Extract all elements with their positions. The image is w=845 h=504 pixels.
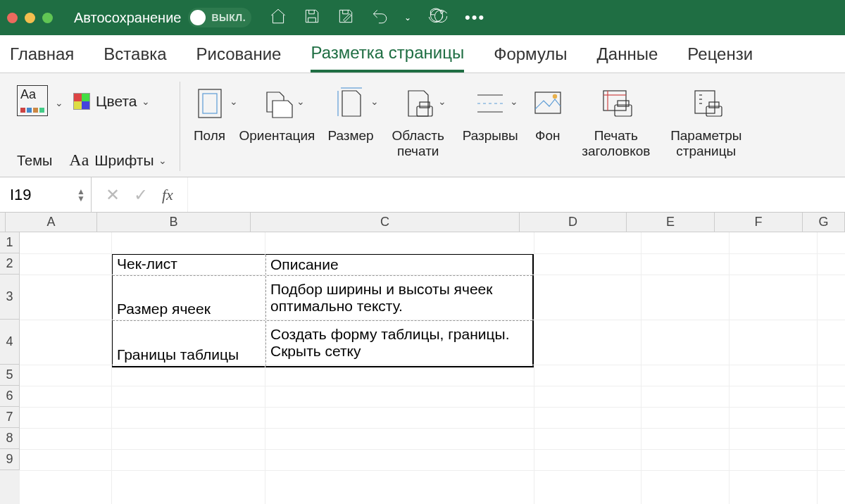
undo-icon[interactable] xyxy=(370,7,389,29)
table-cell[interactable]: Создать форму таблицы, границы. Скрыть с… xyxy=(266,321,532,366)
namebox-spinners[interactable]: ▲▼ xyxy=(77,188,85,202)
orientation-icon xyxy=(260,87,294,120)
tab-review[interactable]: Рецензи xyxy=(687,37,753,71)
cancel-icon[interactable]: ✕ xyxy=(106,185,120,205)
background-icon xyxy=(531,87,565,120)
table-cell[interactable]: Подбор ширины и высоты ячеек оптимально … xyxy=(266,276,532,320)
more-icon[interactable]: ••• xyxy=(465,8,485,27)
column-header[interactable]: G xyxy=(803,213,845,232)
row-header[interactable]: 7 xyxy=(0,407,20,428)
column-headers: ABCDEFG xyxy=(0,213,845,232)
svg-rect-1 xyxy=(203,94,217,113)
formula-bar: I19 ▲▼ ✕ ✓ fx xyxy=(0,177,845,213)
home-icon[interactable] xyxy=(269,7,287,29)
chevron-down-icon: ⌄ xyxy=(142,96,150,107)
ribbon: Aa ⌄ Цвета⌄ Темы Aa Шрифты⌄ xyxy=(0,73,845,177)
print-area-button[interactable]: ⌄ Область печати xyxy=(387,83,450,159)
toggle-knob xyxy=(190,10,206,25)
fonts-button[interactable]: Aa Шрифты⌄ xyxy=(69,151,166,170)
chevron-down-icon[interactable]: ⌄ xyxy=(55,97,63,108)
table-row: Границы таблицыСоздать форму таблицы, гр… xyxy=(113,321,532,366)
orientation-button[interactable]: ⌄ Ориентация xyxy=(239,83,315,144)
autosave-toggle[interactable]: ВЫКЛ. xyxy=(188,8,251,27)
breaks-icon xyxy=(473,87,507,120)
quick-access-toolbar: ⌄ ••• xyxy=(269,7,485,29)
row-headers: 123456789 xyxy=(0,232,20,504)
tab-formulas[interactable]: Формулы xyxy=(494,37,567,71)
table-cell[interactable]: Описание xyxy=(266,255,532,275)
table-row: Чек-листОписание xyxy=(113,255,532,276)
chevron-down-icon: ⌄ xyxy=(296,96,305,107)
chevron-down-icon: ⌄ xyxy=(158,155,167,166)
row-header[interactable]: 9 xyxy=(0,449,20,470)
chevron-down-icon: ⌄ xyxy=(510,96,518,107)
data-table: Чек-листОписаниеРазмер ячеекПодбор ширин… xyxy=(111,253,534,367)
size-button[interactable]: ⌄ Размер xyxy=(327,83,373,144)
row-header[interactable]: 4 xyxy=(0,320,20,365)
svg-rect-21 xyxy=(709,102,719,108)
size-icon xyxy=(334,87,368,120)
themes-button[interactable]: Aa xyxy=(17,80,48,125)
page-setup-button[interactable]: Параметры страницы xyxy=(668,83,745,159)
tab-data[interactable]: Данные xyxy=(597,37,658,71)
fonts-icon: Aa xyxy=(69,151,89,170)
themes-icon: Aa xyxy=(17,85,48,116)
chevron-down-icon: ⌄ xyxy=(230,96,238,107)
svg-rect-15 xyxy=(618,101,629,106)
fx-icon[interactable]: fx xyxy=(162,186,173,204)
row-header[interactable]: 1 xyxy=(0,232,20,253)
close-window-button[interactable] xyxy=(7,13,18,23)
themes-label: Темы xyxy=(17,150,52,169)
ribbon-tabs: Главная Вставка Рисование Разметка стран… xyxy=(0,35,845,73)
redo-icon[interactable] xyxy=(427,7,449,29)
window-controls xyxy=(7,13,53,23)
tab-insert[interactable]: Вставка xyxy=(104,37,166,71)
table-row: Размер ячеекПодбор ширины и высоты ячеек… xyxy=(113,276,532,321)
row-header[interactable]: 8 xyxy=(0,428,20,449)
undo-chevron-icon[interactable]: ⌄ xyxy=(404,13,411,23)
tab-home[interactable]: Главная xyxy=(10,37,74,71)
print-area-icon xyxy=(401,87,435,120)
colors-icon xyxy=(73,93,90,110)
row-header[interactable]: 3 xyxy=(0,275,20,320)
row-header[interactable]: 6 xyxy=(0,386,20,407)
print-titles-button[interactable]: Печать заголовков xyxy=(577,83,655,159)
column-header[interactable]: C xyxy=(251,213,520,232)
column-header[interactable]: A xyxy=(6,213,97,232)
save-icon[interactable] xyxy=(303,7,321,29)
colors-button[interactable]: Цвета⌄ xyxy=(73,93,150,110)
spreadsheet-grid[interactable]: ABCDEFG 123456789 Чек-листОписаниеРазмер… xyxy=(0,213,845,504)
breaks-button[interactable]: ⌄ Разрывы xyxy=(463,83,518,144)
table-cell[interactable]: Чек-лист xyxy=(113,255,266,275)
tab-draw[interactable]: Рисование xyxy=(196,37,282,71)
themes-group: Aa ⌄ Цвета⌄ Темы Aa Шрифты⌄ xyxy=(10,79,174,174)
row-header[interactable]: 2 xyxy=(0,253,20,275)
column-header[interactable]: B xyxy=(97,213,251,232)
chevron-down-icon: ⌄ xyxy=(370,96,379,107)
table-cell[interactable]: Границы таблицы xyxy=(113,321,266,366)
column-header[interactable]: E xyxy=(627,213,715,232)
print-titles-icon xyxy=(599,87,633,120)
toggle-state-text: ВЫКЛ. xyxy=(211,12,246,23)
formula-input[interactable] xyxy=(187,177,845,212)
maximize-window-button[interactable] xyxy=(42,13,53,23)
column-header[interactable]: D xyxy=(520,213,627,232)
margins-button[interactable]: ⌄ Поля xyxy=(193,83,227,144)
svg-point-10 xyxy=(553,94,557,99)
table-cell[interactable]: Размер ячеек xyxy=(113,276,266,320)
chevron-down-icon: ⌄ xyxy=(438,96,446,107)
minimize-window-button[interactable] xyxy=(25,13,35,23)
row-header[interactable]: 5 xyxy=(0,365,20,386)
page-setup-icon xyxy=(689,87,723,120)
margins-icon xyxy=(193,87,227,120)
background-button[interactable]: Фон xyxy=(531,83,565,144)
name-box[interactable]: I19 ▲▼ xyxy=(0,177,92,212)
select-all-corner[interactable] xyxy=(0,213,6,232)
tab-page-layout[interactable]: Разметка страницы xyxy=(311,36,464,73)
confirm-icon[interactable]: ✓ xyxy=(134,185,148,205)
save-edit-icon[interactable] xyxy=(337,7,355,29)
autosave-label: Автосохранение xyxy=(74,10,181,26)
titlebar: Автосохранение ВЫКЛ. ⌄ ••• xyxy=(0,0,845,35)
column-header[interactable]: F xyxy=(715,213,803,232)
